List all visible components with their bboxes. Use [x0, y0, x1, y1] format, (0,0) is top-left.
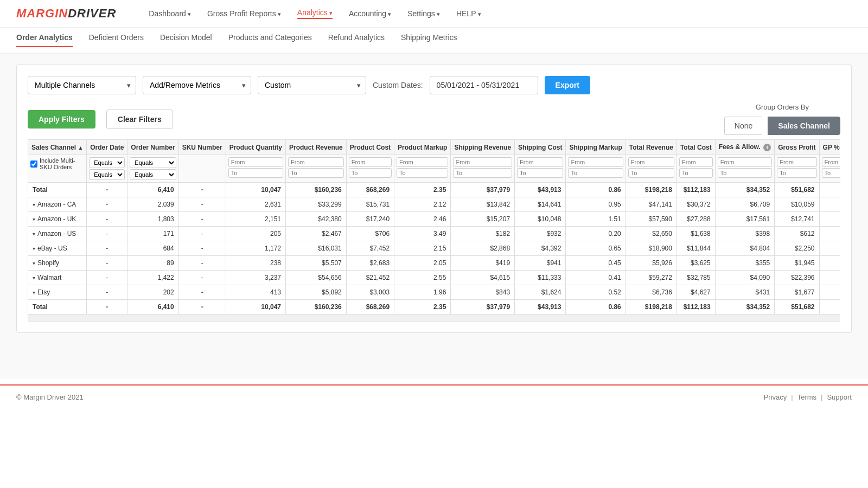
- pcost-to[interactable]: [349, 168, 392, 178]
- subnav-order-analytics[interactable]: Order Analytics: [16, 33, 73, 47]
- col-order-number[interactable]: Order Number: [127, 140, 178, 155]
- cell-shipping-markup: 0.86: [566, 300, 626, 314]
- srev-from[interactable]: [453, 157, 512, 167]
- col-product-rev[interactable]: Product Revenue: [286, 140, 347, 155]
- metrics-select[interactable]: Add/Remove Metrics: [143, 76, 251, 94]
- cell-gp-margin: 21.3%: [819, 197, 840, 212]
- cell-product-rev: $160,236: [286, 300, 347, 314]
- pmarkup-from[interactable]: [397, 157, 448, 167]
- pqty-to[interactable]: [228, 168, 283, 178]
- col-order-date[interactable]: Order Date: [87, 140, 127, 155]
- cell-shipping-rev: $843: [451, 285, 515, 300]
- col-shipping-markup[interactable]: Shipping Markup: [566, 140, 626, 155]
- smarkup-from[interactable]: [568, 157, 623, 167]
- prev-from[interactable]: [288, 157, 344, 167]
- order-number-equals-1[interactable]: Equals: [130, 157, 176, 168]
- cell-shipping-markup: 0.45: [566, 256, 626, 271]
- fees-to[interactable]: [718, 168, 772, 178]
- trev-from[interactable]: [628, 157, 674, 167]
- nav-settings[interactable]: Settings: [407, 9, 440, 18]
- date-range-select[interactable]: Custom: [258, 76, 366, 94]
- nav-accounting[interactable]: Accounting: [349, 9, 391, 18]
- subnav-refund-analytics[interactable]: Refund Analytics: [328, 33, 385, 47]
- col-total-rev[interactable]: Total Revenue: [626, 140, 676, 155]
- cell-shipping-cost: $11,333: [515, 271, 566, 285]
- cell-channel: ▾ Etsy: [28, 285, 87, 300]
- nav-analytics[interactable]: Analytics: [297, 8, 333, 19]
- col-product-qty[interactable]: Product Quantity: [226, 140, 285, 155]
- col-product-cost[interactable]: Product Cost: [346, 140, 394, 155]
- col-product-markup[interactable]: Product Markup: [394, 140, 451, 155]
- gpmargin-to[interactable]: [822, 168, 840, 178]
- prev-to[interactable]: [288, 168, 344, 178]
- col-shipping-cost[interactable]: Shipping Cost: [515, 140, 566, 155]
- scost-to[interactable]: [517, 168, 563, 178]
- order-number-equals-2[interactable]: Equals: [130, 169, 176, 180]
- cell-product-markup: 2.12: [394, 197, 451, 212]
- col-total-cost[interactable]: Total Cost: [676, 140, 715, 155]
- order-date-equals-1[interactable]: Equals: [89, 157, 125, 168]
- pmarkup-to[interactable]: [397, 168, 448, 178]
- gprofit-from[interactable]: [777, 157, 816, 167]
- footer: © Margin Driver 2021 Privacy | Terms | S…: [0, 384, 868, 409]
- pcost-from[interactable]: [349, 157, 392, 167]
- cell-product-qty: 1,172: [226, 241, 285, 256]
- multi-sku-checkbox[interactable]: [30, 160, 37, 168]
- col-fees-allow[interactable]: Fees & Allow. i: [715, 140, 774, 155]
- clear-filters-button[interactable]: Clear Filters: [106, 110, 173, 129]
- cell-product-markup: 2.35: [394, 300, 451, 314]
- cell-order-date: -: [87, 241, 127, 256]
- cell-fees-allow: $4,090: [715, 271, 774, 285]
- table-header-row: Sales Channel ▲ Order Date Order Number …: [28, 140, 841, 155]
- nav-help[interactable]: HELP: [456, 9, 481, 18]
- col-gross-profit[interactable]: Gross Profit: [775, 140, 819, 155]
- filter-order-date-cell: Equals Equals: [87, 155, 127, 183]
- channel-name: ▾ Walmart: [33, 274, 82, 281]
- tcost-from[interactable]: [679, 157, 713, 167]
- cell-gross-profit: $51,682: [775, 183, 819, 197]
- subnav-shipping-metrics[interactable]: Shipping Metrics: [401, 33, 457, 47]
- fees-from[interactable]: [718, 157, 772, 167]
- channel-select[interactable]: Multiple Channels: [28, 76, 136, 94]
- cell-shipping-rev: $37,979: [451, 183, 515, 197]
- footer-support-link[interactable]: Support: [827, 393, 852, 401]
- custom-dates-input[interactable]: [430, 76, 538, 94]
- footer-privacy-link[interactable]: Privacy: [764, 393, 787, 401]
- cell-product-qty: 2,631: [226, 197, 285, 212]
- product-cost-filter: [349, 157, 392, 178]
- nav-dashboard[interactable]: Dashboard: [149, 9, 191, 18]
- col-sku-number[interactable]: SKU Number: [178, 140, 226, 155]
- smarkup-to[interactable]: [568, 168, 623, 178]
- multi-sku-label[interactable]: Include Multi-SKU Orders: [30, 157, 84, 170]
- cell-gross-profit: $51,682: [775, 300, 819, 314]
- cell-total-rev: $47,141: [626, 197, 676, 212]
- cell-shipping-markup: 0.41: [566, 271, 626, 285]
- srev-to[interactable]: [453, 168, 512, 178]
- cell-sku-number: -: [178, 271, 226, 285]
- col-sales-channel[interactable]: Sales Channel ▲: [28, 140, 87, 155]
- col-shipping-rev[interactable]: Shipping Revenue: [451, 140, 515, 155]
- tcost-to[interactable]: [679, 168, 713, 178]
- table-scrollbar-row[interactable]: [28, 314, 841, 322]
- subnav-products-categories[interactable]: Products and Categories: [228, 33, 312, 47]
- col-gp-margin[interactable]: GP % Margin: [819, 140, 840, 155]
- footer-terms-link[interactable]: Terms: [797, 393, 816, 401]
- trev-to[interactable]: [628, 168, 674, 178]
- pqty-from[interactable]: [228, 157, 283, 167]
- gpmargin-from[interactable]: [822, 157, 840, 167]
- fees-info-icon[interactable]: i: [763, 144, 771, 151]
- export-button[interactable]: Export: [545, 76, 590, 94]
- cell-total-rev: $198,218: [626, 300, 676, 314]
- cell-order-number: 2,039: [127, 197, 178, 212]
- cell-order-number: 89: [127, 256, 178, 271]
- subnav-deficient-orders[interactable]: Deficient Orders: [89, 33, 144, 47]
- gprofit-to[interactable]: [777, 168, 816, 178]
- cell-product-rev: $5,507: [286, 256, 347, 271]
- group-by-channel-button[interactable]: Sales Channel: [768, 117, 840, 135]
- scost-from[interactable]: [517, 157, 563, 167]
- apply-filters-button[interactable]: Apply Filters: [28, 110, 95, 129]
- group-by-none-button[interactable]: None: [724, 117, 762, 135]
- nav-gross-profit[interactable]: Gross Profit Reports: [207, 9, 281, 18]
- subnav-decision-model[interactable]: Decision Model: [160, 33, 212, 47]
- order-date-equals-2[interactable]: Equals: [89, 169, 125, 180]
